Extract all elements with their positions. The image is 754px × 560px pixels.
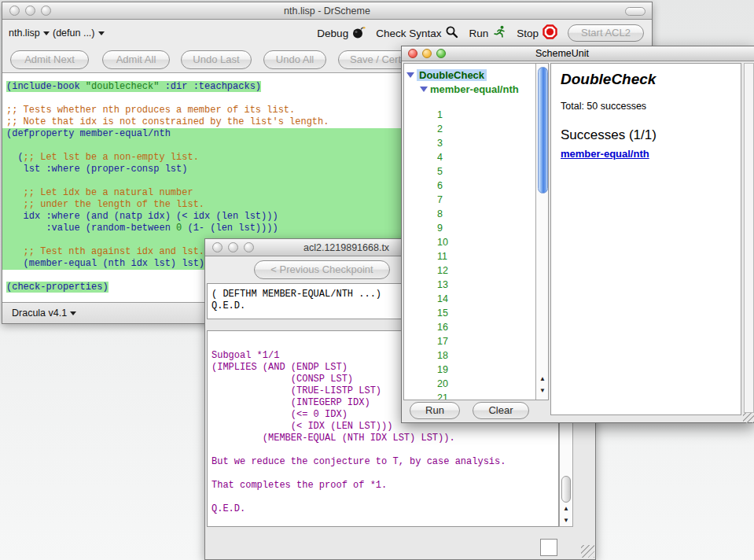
window-title: acl2.1219891668.tx	[303, 242, 389, 253]
disclosure-triangle-icon[interactable]	[406, 72, 414, 78]
right-scroll-area[interactable]	[744, 63, 754, 413]
details-total: Total: 50 successes	[561, 101, 731, 112]
disclosure-triangle-icon[interactable]	[420, 87, 428, 92]
tree-scrollbar[interactable]: ▲ ▼	[535, 63, 549, 400]
tree-case[interactable]: 13	[404, 279, 535, 293]
scroll-up-button[interactable]: ▲	[560, 503, 572, 514]
tree-item-suite[interactable]: member-equal/nth	[404, 82, 535, 96]
corner-checkbox[interactable]	[540, 539, 557, 556]
close-button[interactable]	[408, 49, 417, 58]
chevron-down-icon	[98, 31, 105, 35]
scroll-thumb[interactable]	[561, 476, 571, 503]
run-tests-button[interactable]: Run	[410, 402, 460, 419]
admit-next-button[interactable]: Admit Next	[10, 50, 89, 69]
start-acl2-button[interactable]: Start ACL2	[568, 24, 644, 42]
zoom-button[interactable]	[41, 6, 51, 16]
toolbar-pill-button[interactable]	[625, 7, 645, 16]
tree-case[interactable]: 15	[404, 308, 535, 322]
tree-case[interactable]: 21	[404, 392, 535, 400]
details-panel: DoubleCheck Total: 50 successes Successe…	[550, 63, 741, 415]
tree-case[interactable]: 5	[404, 166, 535, 180]
tree-case[interactable]: 14	[404, 293, 535, 308]
tree-case[interactable]: 9	[404, 223, 535, 237]
zoom-button[interactable]	[436, 49, 446, 58]
defun-menu[interactable]: (defun ...)	[53, 28, 105, 39]
tree-case[interactable]: 17	[404, 336, 535, 350]
undo-all-button[interactable]: Undo All	[263, 50, 326, 69]
resize-grip[interactable]	[581, 545, 594, 558]
chevron-down-icon	[70, 311, 76, 315]
previous-checkpoint-button[interactable]: < Previous Checkpoint	[254, 260, 390, 279]
undo-last-button[interactable]: Undo Last	[181, 50, 252, 69]
window-title: nth.lisp - DrScheme	[284, 6, 370, 17]
drscheme-titlebar: nth.lisp - DrScheme	[2, 2, 652, 20]
chevron-down-icon	[43, 31, 50, 35]
runner-icon	[492, 25, 506, 41]
tree-case[interactable]: 6	[404, 180, 535, 194]
minimize-button[interactable]	[422, 49, 432, 58]
check-syntax-button[interactable]: Check Syntax	[376, 25, 458, 41]
bomb-icon	[352, 25, 366, 41]
success-link[interactable]: member-equal/nth	[561, 148, 649, 160]
minimize-button[interactable]	[228, 242, 238, 252]
stop-button[interactable]: Stop	[517, 24, 557, 42]
drscheme-toolbar: nth.lisp (defun ...) Debug Check Syntax …	[2, 20, 652, 46]
details-heading: DoubleCheck	[561, 71, 731, 88]
tree-case[interactable]: 7	[404, 194, 535, 208]
tree-case[interactable]: 19	[404, 364, 535, 378]
tree-item-doublecheck[interactable]: DoubleCheck	[404, 68, 535, 82]
tree-case[interactable]: 16	[404, 322, 535, 336]
close-button[interactable]	[212, 242, 223, 252]
desktop: nth.lisp - DrScheme nth.lisp (defun ...)…	[0, 0, 754, 560]
tree-case[interactable]: 10	[404, 237, 535, 251]
minimize-button[interactable]	[25, 6, 35, 16]
scroll-down-button[interactable]: ▼	[536, 385, 549, 396]
scroll-down-button[interactable]: ▼	[560, 514, 572, 526]
resize-grip[interactable]	[743, 413, 754, 423]
tree-case[interactable]: 12	[404, 265, 535, 279]
debug-button[interactable]: Debug	[317, 25, 366, 41]
schemeunit-titlebar: SchemeUnit	[402, 46, 754, 61]
window-title: SchemeUnit	[535, 48, 589, 59]
tree-case[interactable]: 20	[404, 378, 535, 392]
tree-case[interactable]: 1	[404, 109, 535, 123]
run-button[interactable]: Run	[469, 25, 506, 41]
dracula-version-menu[interactable]: Dracula v4.1	[12, 308, 76, 319]
scroll-thumb[interactable]	[538, 67, 548, 193]
test-tree: DoubleCheck member-equal/nth 12345678910…	[403, 63, 549, 400]
tree-cases: 123456789101112131415161718192021	[404, 109, 535, 400]
clear-button[interactable]: Clear	[473, 402, 529, 419]
file-menu[interactable]: nth.lisp	[9, 28, 50, 39]
acl2-summary-text: ( DEFTHM MEMBER-EQUAL/NTH ...) Q.E.D.	[211, 289, 381, 311]
schemeunit-window: SchemeUnit DoubleCheck member-equal/nth …	[401, 46, 754, 423]
close-button[interactable]	[9, 6, 20, 16]
admit-all-button[interactable]: Admit All	[102, 50, 170, 69]
tree-case[interactable]: 4	[404, 152, 535, 166]
successes-heading: Successes (1/1)	[561, 127, 731, 143]
tree-case[interactable]: 18	[404, 350, 535, 364]
tree-case[interactable]: 3	[404, 138, 535, 152]
zoom-button[interactable]	[244, 242, 254, 252]
tree-case[interactable]: 2	[404, 123, 535, 138]
magnifier-icon	[445, 25, 458, 41]
scroll-up-button[interactable]: ▲	[536, 373, 549, 385]
tree-case[interactable]: 8	[404, 208, 535, 223]
stop-icon	[543, 24, 557, 42]
tree-case[interactable]: 11	[404, 251, 535, 265]
